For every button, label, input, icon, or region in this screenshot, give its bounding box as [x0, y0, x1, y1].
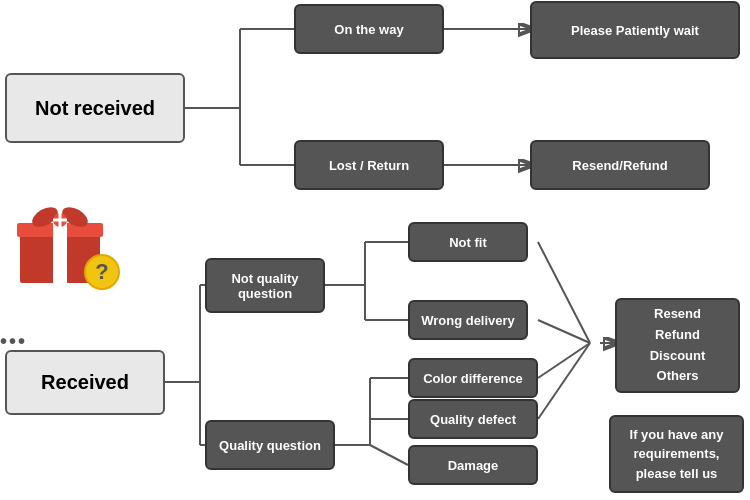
please-wait-node: Please Patiently wait — [530, 1, 740, 59]
wrong-delivery-node: Wrong delivery — [408, 300, 528, 340]
resend-refund-top-node: Resend/Refund — [530, 140, 710, 190]
question-mark-badge: ? — [84, 254, 120, 290]
not-fit-node: Not fit — [408, 222, 528, 262]
not-received-node: Not received — [5, 73, 185, 143]
resend-options-node: Resend Refund Discount Others — [615, 298, 740, 393]
lost-return-node: Lost / Return — [294, 140, 444, 190]
color-difference-node: Color difference — [408, 358, 538, 398]
quality-question-node: Quality question — [205, 420, 335, 470]
not-quality-node: Not quality question — [205, 258, 325, 313]
received-node: Received — [5, 350, 165, 415]
svg-line-24 — [538, 320, 590, 343]
quality-defect-node: Quality defect — [408, 399, 538, 439]
on-the-way-node: On the way — [294, 4, 444, 54]
svg-line-26 — [538, 343, 590, 419]
damage-node: Damage — [408, 445, 538, 485]
svg-line-23 — [538, 242, 590, 343]
svg-line-22 — [370, 445, 408, 465]
requirements-node: If you have any requirements, please tel… — [609, 415, 744, 493]
gift-icon-area: ? — [10, 190, 140, 300]
svg-line-25 — [538, 343, 590, 378]
